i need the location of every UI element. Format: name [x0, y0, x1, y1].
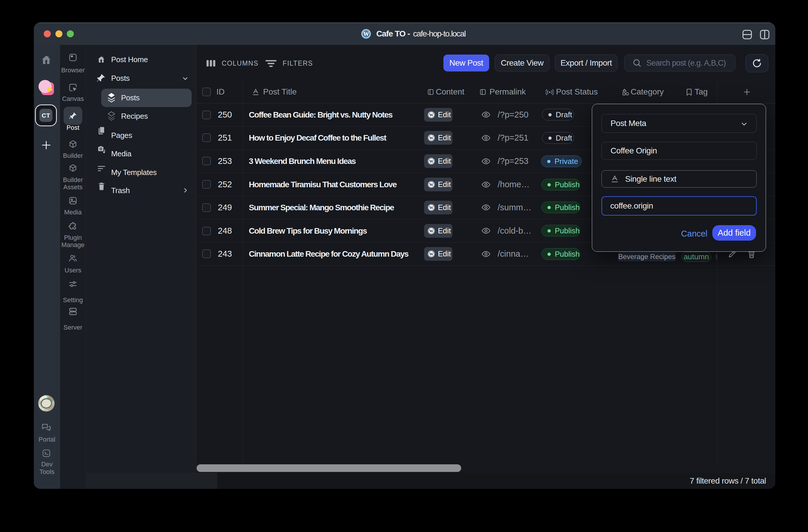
svg-text:W: W — [429, 205, 434, 210]
svg-text:W: W — [429, 182, 434, 187]
svg-text:W: W — [429, 252, 434, 256]
svg-text:W: W — [429, 159, 434, 164]
svg-text:W: W — [429, 113, 434, 117]
svg-text:W: W — [429, 135, 434, 140]
svg-text:W: W — [363, 30, 369, 37]
svg-text:W: W — [429, 229, 434, 233]
